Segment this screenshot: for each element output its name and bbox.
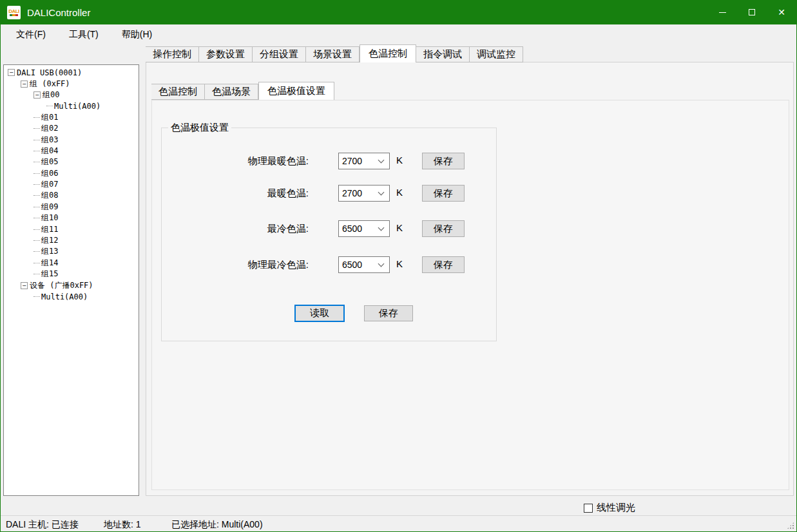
form-row: 物理最冷色温: 6500 K 保存 (162, 256, 496, 273)
tree-item-label: Multi(A00) (41, 292, 88, 301)
tree-item[interactable]: − Multi(A00) (4, 291, 139, 302)
tree-item[interactable]: − 组05 (4, 157, 139, 167)
tree-connector (34, 151, 40, 151)
close-icon: ✕ (778, 8, 785, 17)
main-tab[interactable]: 操作控制 (146, 46, 199, 62)
tree-item[interactable]: − 组00 (4, 90, 139, 100)
read-button[interactable]: 读取 (294, 305, 345, 322)
statusbar: DALI 主机: 已连接 地址数: 1 已选择地址: Multi(A00) (1, 515, 796, 531)
row-save-button[interactable]: 保存 (422, 220, 465, 237)
row-save-button[interactable]: 保存 (422, 185, 465, 202)
status-selected-address: 已选择地址: Multi(A00) (171, 519, 263, 531)
tree-item-label: 组00 (43, 90, 59, 100)
tree-item-label: DALI USB(0001) (17, 68, 82, 77)
sub-tab[interactable]: 色温极值设置 (258, 82, 334, 100)
maximize-icon (749, 9, 755, 15)
tree-item[interactable]: − 组08 (4, 190, 139, 201)
sub-tab[interactable]: 色温控制 (151, 84, 205, 100)
tree-item-label: 组03 (41, 135, 58, 146)
unit-label: K (396, 222, 403, 233)
unit-label: K (396, 155, 403, 166)
app-icon-text: DALI (8, 9, 19, 14)
unit-label: K (396, 258, 403, 269)
save-button[interactable]: 保存 (364, 305, 413, 321)
tree-connector (34, 140, 40, 140)
cct-value-combobox[interactable]: 6500 (338, 220, 390, 237)
tree-item[interactable]: − 组12 (4, 235, 139, 246)
tree-item-label: 组01 (41, 112, 58, 123)
main-tab[interactable]: 调试监控 (470, 46, 523, 62)
tree-connector (34, 251, 40, 252)
app-icon: DALI (7, 6, 21, 19)
tree-connector (34, 184, 40, 185)
window-title: DALIController (27, 7, 90, 18)
chevron-down-icon (378, 157, 385, 164)
tree-item-label: 组04 (41, 146, 58, 157)
tree-expander-icon[interactable]: − (21, 81, 28, 88)
tree-connector (34, 173, 40, 174)
tree-item[interactable]: − 组11 (4, 223, 139, 234)
tree-connector (46, 106, 53, 106)
tree-item-label: 组05 (41, 157, 58, 167)
minimize-button[interactable] (707, 0, 737, 24)
chevron-down-icon (378, 225, 385, 231)
tree-item[interactable]: − 组04 (4, 146, 139, 157)
sub-tab[interactable]: 色温场景 (205, 84, 258, 100)
row-save-button[interactable]: 保存 (422, 256, 465, 273)
tree-item[interactable]: − DALI USB(0001) (4, 67, 139, 78)
row-save-button[interactable]: 保存 (422, 153, 465, 169)
close-button[interactable]: ✕ (767, 0, 796, 24)
tree-item[interactable]: − 组06 (4, 168, 139, 179)
menu-item[interactable]: 工具(T) (61, 25, 106, 44)
field-label: 物理最暖色温: (162, 155, 309, 167)
tree-item-label: 组14 (41, 258, 58, 269)
minimize-icon (719, 12, 726, 13)
resize-grip[interactable] (787, 522, 794, 529)
tree-connector (34, 162, 40, 162)
tree-connector (34, 274, 40, 274)
form-row: 最暖色温: 2700 K 保存 (162, 185, 496, 202)
tree-item[interactable]: − 组01 (4, 112, 139, 123)
main-tab[interactable]: 分组设置 (253, 46, 306, 62)
main-tab[interactable]: 色温控制 (360, 44, 416, 62)
tree-item[interactable]: − 组 (0xFF) (4, 78, 139, 89)
app-icon-colorbar (10, 14, 18, 16)
main-tab[interactable]: 参数设置 (199, 46, 253, 62)
tree-item[interactable]: − Multi(A00) (4, 100, 139, 111)
tree-expander-icon[interactable]: − (34, 91, 41, 99)
main-tab[interactable]: 场景设置 (306, 46, 360, 62)
tree-item[interactable]: − 设备 (广播0xFF) (4, 280, 139, 290)
tree-item-label: 组07 (41, 179, 58, 190)
main-tab[interactable]: 指令调试 (416, 46, 470, 62)
tree-item[interactable]: − 组03 (4, 134, 139, 145)
tree-connector (34, 195, 40, 196)
maximize-button[interactable] (737, 0, 767, 24)
tree-item[interactable]: − 组14 (4, 258, 139, 269)
field-label: 物理最冷色温: (162, 259, 309, 271)
tree-item-label: 组 (0xFF) (30, 79, 70, 90)
tree-expander-icon[interactable]: − (21, 282, 28, 289)
tree-item[interactable]: − 组09 (4, 202, 139, 213)
tree-item-label: 组10 (41, 213, 58, 223)
tree-expander-icon[interactable]: − (8, 69, 15, 76)
tree-connector (34, 117, 40, 118)
field-label: 最暖色温: (162, 187, 309, 200)
tree-item[interactable]: − 组02 (4, 123, 139, 134)
linear-dimming-checkbox[interactable] (584, 504, 593, 513)
menubar: 文件(F)工具(T)帮助(H) (1, 24, 796, 45)
form-row: 最冷色温: 6500 K 保存 (162, 220, 496, 237)
app-window: DALI DALIController ✕ 文件(F)工具(T)帮助(H) − … (0, 0, 797, 532)
combobox-value: 6500 (342, 223, 379, 234)
menu-item[interactable]: 文件(F) (8, 25, 53, 44)
tree-item[interactable]: − 组15 (4, 269, 139, 280)
cct-value-combobox[interactable]: 2700 (338, 185, 390, 202)
cct-value-combobox[interactable]: 6500 (338, 256, 390, 273)
tree-item[interactable]: − 组13 (4, 246, 139, 257)
tree-item-label: 组08 (41, 190, 58, 201)
menu-item[interactable]: 帮助(H) (114, 25, 160, 44)
tree-connector (34, 240, 40, 241)
cct-value-combobox[interactable]: 2700 (338, 153, 390, 169)
tree-item[interactable]: − 组10 (4, 213, 139, 223)
tree-item[interactable]: − 组07 (4, 179, 139, 190)
device-tree: − DALI USB(0001) − 组 (0xFF) − 组00 − Mult… (3, 64, 139, 496)
